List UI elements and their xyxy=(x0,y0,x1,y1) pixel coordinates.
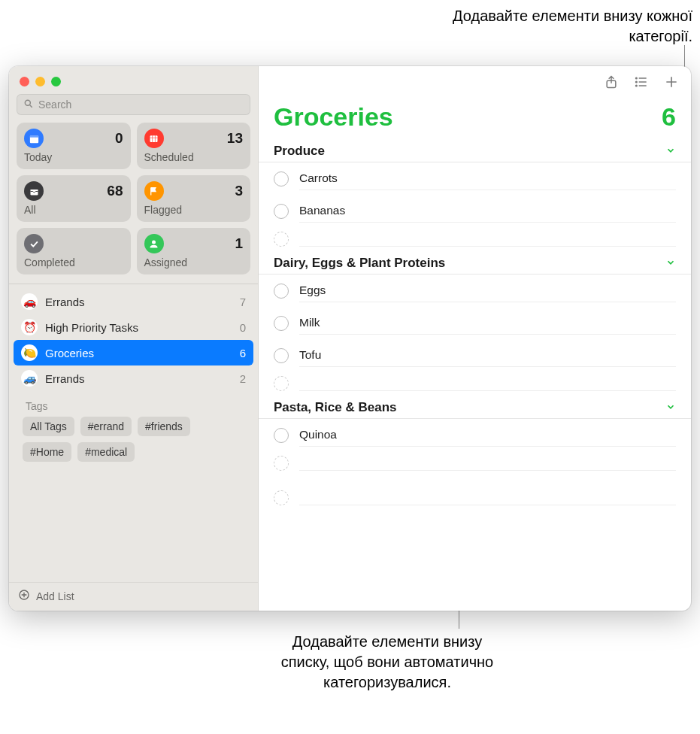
list-item[interactable]: 🚗 Errands 7 xyxy=(14,289,253,314)
svg-point-0 xyxy=(25,100,30,105)
list-count: 0 xyxy=(240,321,246,334)
minimize-button[interactable] xyxy=(35,77,45,86)
smart-scheduled[interactable]: 13 Scheduled xyxy=(137,123,251,169)
main-panel: Groceries 6 Produce Carrots Bananas Dair… xyxy=(259,66,691,611)
search-icon xyxy=(23,99,34,111)
list-content: Produce Carrots Bananas Dairy, Eggs & Pl… xyxy=(259,139,691,611)
list-item[interactable]: ⏰ High Priority Tasks 0 xyxy=(14,314,253,340)
reminder-text: Milk xyxy=(299,311,676,335)
reminder-text: Tofu xyxy=(299,344,676,367)
smart-all[interactable]: 68 All xyxy=(17,175,131,222)
section-title: Produce xyxy=(274,144,325,159)
smart-completed[interactable]: Completed xyxy=(17,228,131,274)
list-item-groceries[interactable]: 🍋 Groceries 6 xyxy=(14,340,253,365)
checkbox[interactable] xyxy=(274,428,289,443)
list-icon: ⏰ xyxy=(21,319,38,335)
smart-count: 0 xyxy=(115,130,123,147)
add-item-placeholder[interactable] xyxy=(259,451,691,475)
checkbox[interactable] xyxy=(274,348,289,363)
plus-circle-icon xyxy=(18,589,30,603)
reminder-text: Bananas xyxy=(299,199,676,223)
reminder-item[interactable]: Milk xyxy=(259,307,691,339)
reminder-item[interactable]: Tofu xyxy=(259,339,691,372)
tag[interactable]: #Home xyxy=(23,442,71,462)
chevron-down-icon[interactable] xyxy=(665,402,676,414)
smart-count: 68 xyxy=(107,183,123,199)
checkbox-placeholder xyxy=(274,376,289,391)
smart-assigned[interactable]: 1 Assigned xyxy=(137,228,251,274)
list-label: Errands xyxy=(45,296,232,308)
add-list-label: Add List xyxy=(36,590,74,602)
tags-header: Tags xyxy=(14,391,253,417)
tags: All Tags #errand #friends #Home #medical xyxy=(14,417,253,469)
list-label: Errands xyxy=(45,372,232,385)
reminder-item[interactable]: Bananas xyxy=(259,195,691,227)
checkbox[interactable] xyxy=(274,316,289,331)
lists: 🚗 Errands 7 ⏰ High Priority Tasks 0 🍋 Gr… xyxy=(9,289,258,582)
list-total-count: 6 xyxy=(662,102,676,132)
calendar-grid-icon xyxy=(144,129,164,148)
sidebar: Search 0 Today 13 Sc xyxy=(9,66,259,611)
add-uncategorized-placeholder[interactable] xyxy=(259,486,691,510)
placeholder-text xyxy=(299,376,676,391)
tag[interactable]: #errand xyxy=(80,417,132,436)
divider xyxy=(9,284,258,284)
smart-count: 1 xyxy=(235,235,243,252)
window-controls xyxy=(9,66,258,94)
section-header[interactable]: Produce xyxy=(259,139,691,162)
chevron-down-icon[interactable] xyxy=(665,257,676,270)
tag[interactable]: #medical xyxy=(77,442,135,462)
reminder-text: Eggs xyxy=(299,279,676,302)
checkbox[interactable] xyxy=(274,204,289,219)
smart-lists-grid: 0 Today 13 Scheduled 68 xyxy=(9,123,258,282)
section-header[interactable]: Dairy, Eggs & Plant Proteins xyxy=(259,251,691,274)
tag[interactable]: All Tags xyxy=(23,417,74,436)
add-list-button[interactable]: Add List xyxy=(9,582,258,611)
svg-line-1 xyxy=(30,105,32,107)
tray-icon xyxy=(24,181,44,201)
zoom-button[interactable] xyxy=(51,77,61,86)
reminder-item[interactable]: Carrots xyxy=(259,162,691,195)
checkbox[interactable] xyxy=(274,284,289,299)
placeholder-text xyxy=(299,490,676,505)
list-icon: 🚙 xyxy=(21,370,38,387)
section-title: Dairy, Eggs & Plant Proteins xyxy=(274,256,445,271)
close-button[interactable] xyxy=(20,77,29,86)
smart-label: Completed xyxy=(24,256,123,268)
checkbox[interactable] xyxy=(274,171,289,187)
search-input[interactable]: Search xyxy=(17,94,250,115)
chevron-down-icon[interactable] xyxy=(665,145,676,158)
reminder-item[interactable]: Eggs xyxy=(259,274,691,307)
reminder-item[interactable]: Quinoa xyxy=(259,419,691,451)
list-count: 7 xyxy=(240,296,246,308)
smart-today[interactable]: 0 Today xyxy=(17,123,131,169)
placeholder-text xyxy=(299,456,676,471)
calendar-icon xyxy=(24,129,44,148)
svg-point-19 xyxy=(636,85,638,86)
flag-icon xyxy=(144,181,164,201)
reminder-text: Carrots xyxy=(299,167,676,190)
checkbox-placeholder xyxy=(274,232,289,247)
list-item[interactable]: 🚙 Errands 2 xyxy=(14,365,253,391)
add-item-placeholder[interactable] xyxy=(259,227,691,251)
tag[interactable]: #friends xyxy=(138,417,190,436)
list-header: Groceries 6 xyxy=(259,99,691,139)
smart-label: Assigned xyxy=(144,256,244,268)
list-view-icon[interactable] xyxy=(634,74,649,92)
add-item-placeholder[interactable] xyxy=(259,372,691,396)
list-title: Groceries xyxy=(274,102,393,132)
list-label: High Priority Tasks xyxy=(45,321,232,334)
smart-count: 3 xyxy=(235,183,243,199)
smart-label: Flagged xyxy=(144,204,244,216)
add-icon[interactable] xyxy=(664,74,679,92)
section-title: Pasta, Rice & Beans xyxy=(274,400,396,415)
app-window: Search 0 Today 13 Sc xyxy=(9,66,691,611)
smart-label: Scheduled xyxy=(144,151,244,163)
section-header[interactable]: Pasta, Rice & Beans xyxy=(259,396,691,419)
share-icon[interactable] xyxy=(604,74,619,92)
placeholder-text xyxy=(299,232,676,247)
list-icon: 🍋 xyxy=(21,344,38,361)
svg-rect-5 xyxy=(150,135,158,142)
smart-flagged[interactable]: 3 Flagged xyxy=(137,175,251,222)
svg-point-17 xyxy=(636,77,638,79)
